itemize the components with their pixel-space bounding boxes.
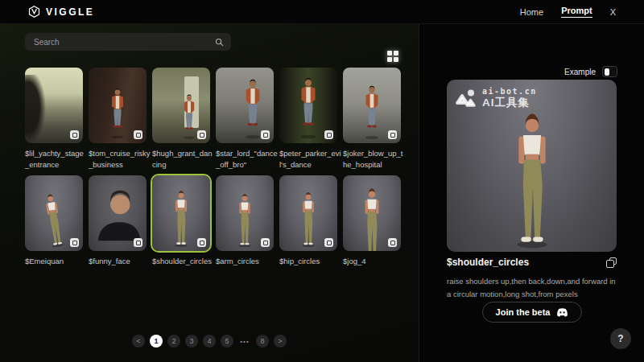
watermark-cn: AI工具集 xyxy=(482,96,537,110)
gallery-item-label: $lil_yachty_stage_entrance xyxy=(25,148,88,171)
pagination-page-8[interactable]: 8 xyxy=(256,335,269,348)
gallery-item[interactable]: $jog_4 xyxy=(343,175,407,267)
video-thumbnail[interactable] xyxy=(89,175,147,251)
video-thumbnail[interactable] xyxy=(343,175,401,251)
gallery-item[interactable]: $peter_parker_evil's_dance xyxy=(279,68,343,171)
character-figure xyxy=(505,112,559,249)
man-bust-figure xyxy=(91,181,144,248)
brand-name: VIGGLE xyxy=(46,6,94,18)
copy-icon[interactable] xyxy=(324,130,333,139)
pagination-page-2[interactable]: 2 xyxy=(167,335,180,348)
video-thumbnail[interactable] xyxy=(25,68,83,143)
viggle-logo[interactable]: VIGGLE xyxy=(28,6,94,18)
pagination: < 1 2 3 4 5 ••• 8 > xyxy=(0,335,419,348)
watermark-text: ai-bot.cn AI工具集 xyxy=(482,87,537,110)
copy-icon[interactable] xyxy=(324,238,333,247)
gallery-item-selected[interactable]: $shoulder_circles xyxy=(152,175,216,267)
dancer-figure xyxy=(295,77,321,139)
copy-icon[interactable] xyxy=(70,130,79,139)
gallery-item-label: $arm_circles xyxy=(216,256,279,267)
pagination-page-3[interactable]: 3 xyxy=(185,335,198,348)
example-video-preview[interactable]: ai-bot.cn AI工具集 xyxy=(447,80,617,252)
copy-icon[interactable] xyxy=(197,130,206,139)
dancer-figure xyxy=(233,193,256,248)
video-thumbnail[interactable] xyxy=(216,68,274,143)
dancer-figure xyxy=(170,190,193,247)
help-button[interactable]: ? xyxy=(610,328,631,349)
grid-view-icon[interactable] xyxy=(387,51,399,63)
copy-icon[interactable] xyxy=(134,130,142,139)
join-beta-label: Join the beta xyxy=(496,307,551,317)
search-bar[interactable] xyxy=(25,33,231,51)
detail-panel: Example ai-bot.cn AI工具集 $shoulder_circle… xyxy=(419,24,644,362)
gallery-panel: $lil_yachty_stage_entrance $tom_cruise_r… xyxy=(0,24,419,362)
gallery-item-label: $star_lord_"dance_off_bro" xyxy=(216,148,279,171)
watermark: ai-bot.cn AI工具集 xyxy=(455,87,537,110)
video-thumbnail[interactable] xyxy=(25,175,83,251)
nav-link-home[interactable]: Home xyxy=(520,7,543,17)
gallery-item-label: $tom_cruise_risky_business xyxy=(89,148,151,171)
pagination-next[interactable]: > xyxy=(274,335,287,348)
top-navbar: VIGGLE Home Prompt X xyxy=(0,0,644,24)
pagination-page-1[interactable]: 1 xyxy=(150,335,163,348)
nav-links: Home Prompt X xyxy=(520,6,616,18)
join-beta-button[interactable]: Join the beta xyxy=(482,302,583,323)
gallery-item-label: $joker_blow_up_the_hospital xyxy=(343,148,406,171)
video-thumbnail-selected[interactable] xyxy=(152,175,210,251)
video-thumbnail[interactable] xyxy=(216,175,274,251)
copy-icon[interactable] xyxy=(197,238,206,247)
nav-link-prompt[interactable]: Prompt xyxy=(561,6,592,18)
viggle-app: VIGGLE Home Prompt X $lil_yachty_stage_e… xyxy=(0,0,644,362)
video-thumbnail[interactable] xyxy=(343,68,401,143)
copy-icon[interactable] xyxy=(388,130,397,139)
gallery-item[interactable]: $hugh_grant_dancing xyxy=(152,68,216,171)
gallery-item[interactable]: $hip_circles xyxy=(279,175,343,267)
dancer-figure xyxy=(39,191,69,249)
gallery-item-label: $Emeiquan xyxy=(25,256,88,267)
search-icon[interactable] xyxy=(215,38,224,47)
video-thumbnail[interactable] xyxy=(89,68,147,143)
prompt-title-row: $shoulder_circles xyxy=(447,257,617,268)
copy-icon[interactable] xyxy=(261,238,270,247)
dancer-figure xyxy=(358,187,386,251)
video-thumbnail[interactable] xyxy=(279,175,337,251)
gallery-item[interactable]: $tom_cruise_risky_business xyxy=(89,68,152,171)
gallery-item-label: $funny_face xyxy=(89,256,151,267)
copy-icon[interactable] xyxy=(261,130,270,139)
gallery-item[interactable]: $arm_circles xyxy=(216,175,279,267)
discord-icon xyxy=(556,308,568,317)
example-label: Example xyxy=(564,68,596,76)
dancer-figure xyxy=(297,191,320,248)
dancer-figure xyxy=(107,88,128,139)
cta-row: Join the beta xyxy=(419,302,644,323)
gallery-item-label: $peter_parker_evil's_dance xyxy=(279,148,342,171)
example-toggle-icon[interactable] xyxy=(602,66,617,77)
gallery-item[interactable]: $joker_blow_up_the_hospital xyxy=(343,68,407,171)
dancer-figure xyxy=(180,94,199,139)
gallery-item[interactable]: $star_lord_"dance_off_bro" xyxy=(216,68,279,171)
gallery-item-label: $jog_4 xyxy=(343,256,406,267)
pagination-prev[interactable]: < xyxy=(132,335,145,348)
dancer-figure xyxy=(361,85,383,140)
nav-link-x[interactable]: X xyxy=(610,7,616,17)
prompt-title: $shoulder_circles xyxy=(447,257,529,268)
gallery-item-label: $hugh_grant_dancing xyxy=(152,148,215,171)
video-thumbnail[interactable] xyxy=(152,68,210,143)
prompt-description: raise shoulders up,then back,down,and fo… xyxy=(447,275,618,300)
gallery-item[interactable]: $lil_yachty_stage_entrance xyxy=(25,68,89,171)
video-thumbnail[interactable] xyxy=(279,68,337,143)
watermark-url: ai-bot.cn xyxy=(482,87,537,96)
search-input[interactable] xyxy=(32,37,215,47)
pagination-page-5[interactable]: 5 xyxy=(221,335,233,348)
gallery-item-label: $shoulder_circles xyxy=(152,256,215,267)
copy-icon[interactable] xyxy=(70,238,79,247)
gallery-item[interactable]: $funny_face xyxy=(89,175,152,267)
v-shield-icon xyxy=(28,6,40,18)
copy-icon[interactable] xyxy=(388,238,397,247)
copy-prompt-icon[interactable] xyxy=(606,257,617,268)
pagination-page-4[interactable]: 4 xyxy=(203,335,216,348)
ai-bot-logo-icon xyxy=(455,89,477,108)
copy-icon[interactable] xyxy=(134,238,142,247)
example-row: Example xyxy=(419,66,644,77)
gallery-item[interactable]: $Emeiquan xyxy=(25,175,89,267)
